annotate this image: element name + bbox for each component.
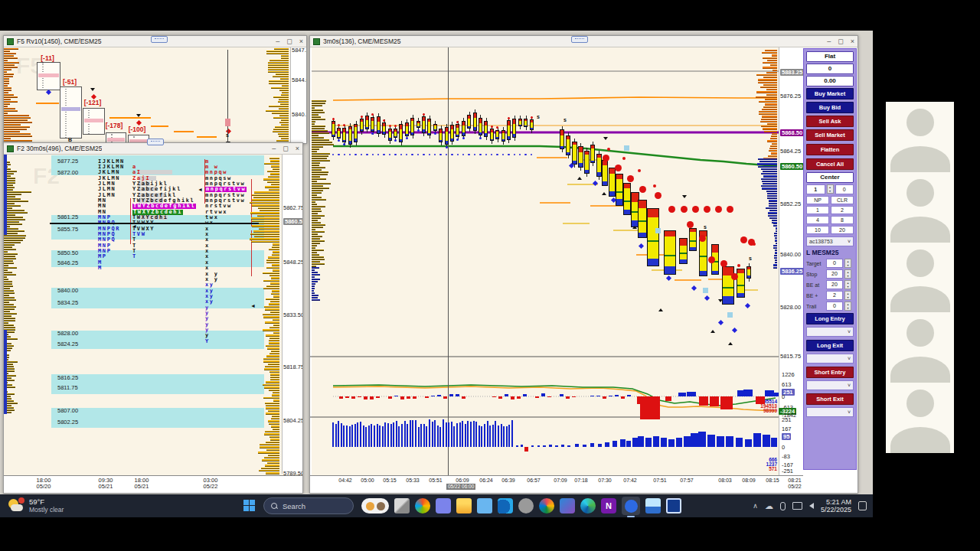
- account-select[interactable]: ac138753˅: [806, 236, 854, 246]
- maximize-icon[interactable]: ◻: [286, 38, 292, 45]
- field-stepper[interactable]: ▴ ▾: [844, 302, 851, 311]
- window-grip[interactable]: [571, 36, 588, 43]
- onedrive-icon[interactable]: ☁: [765, 501, 773, 511]
- price-label[interactable]: 5804.25: [283, 417, 303, 424]
- maximize-icon[interactable]: ◻: [283, 145, 288, 152]
- copilot-icon[interactable]: [415, 498, 430, 514]
- price-label[interactable]: 1226: [782, 371, 795, 378]
- long-entry-select[interactable]: ˅: [806, 327, 854, 337]
- qty-preset-4[interactable]: 4: [806, 216, 829, 224]
- window-grip[interactable]: [147, 139, 164, 145]
- short-entry-button[interactable]: Short Entry: [806, 367, 854, 378]
- price-scale[interactable]: [290, 47, 307, 143]
- chevron-up-icon[interactable]: ∧: [753, 502, 758, 510]
- gallery-icon[interactable]: [645, 498, 661, 514]
- buy-bid-button[interactable]: Buy Bid: [806, 102, 854, 113]
- qty-preset-clr[interactable]: CLR: [831, 196, 854, 204]
- price-label[interactable]: 5840.00: [780, 251, 801, 258]
- price-label[interactable]: 5862.75: [283, 204, 303, 211]
- microphone-icon[interactable]: [780, 502, 786, 510]
- price-label[interactable]: 251: [782, 416, 792, 423]
- field-stepper[interactable]: ▴ ▾: [844, 259, 851, 268]
- minimize-icon[interactable]: –: [272, 145, 276, 152]
- qty-preset-np[interactable]: NP: [806, 196, 829, 204]
- price-label[interactable]: 5828.00: [780, 304, 801, 311]
- close-icon[interactable]: ×: [299, 38, 303, 45]
- window-f5[interactable]: F5 Rv10(1450), CME/ESM25 –◻× F55847.2558…: [3, 35, 307, 144]
- edge-icon[interactable]: [580, 498, 596, 514]
- start-button[interactable]: [243, 500, 256, 512]
- meeting-app-icon[interactable]: [622, 497, 640, 515]
- price-label[interactable]: 5876.25: [780, 93, 801, 99]
- taskbar-clock[interactable]: 5:21 AM 5/22/2025: [821, 498, 851, 514]
- price-label[interactable]: 5860.50: [283, 218, 303, 225]
- qty-secondary[interactable]: 0: [835, 184, 854, 194]
- close-icon[interactable]: ×: [851, 38, 854, 45]
- notification-bell-icon[interactable]: [858, 501, 867, 510]
- buy-market-button[interactable]: Buy Market: [806, 88, 854, 99]
- file-explorer-icon[interactable]: [456, 498, 472, 514]
- sell-ask-button[interactable]: Sell Ask: [806, 116, 854, 127]
- long-exit-select[interactable]: ˅: [806, 354, 854, 364]
- price-label[interactable]: 5848.25: [283, 259, 303, 266]
- price-label[interactable]: -83: [782, 453, 790, 460]
- terminal-icon[interactable]: [666, 498, 681, 514]
- settings-icon[interactable]: [518, 498, 534, 514]
- price-label[interactable]: -251: [782, 468, 793, 474]
- minimize-icon[interactable]: –: [276, 38, 279, 45]
- weather-widget[interactable]: 59°F Mostly clear: [8, 497, 122, 514]
- field-stepper[interactable]: ▴ ▾: [844, 280, 851, 289]
- cancel-all-button[interactable]: Cancel All: [806, 158, 854, 170]
- center-button[interactable]: Center: [806, 172, 854, 183]
- price-label[interactable]: 5868.50: [780, 129, 804, 136]
- search-input[interactable]: Search: [263, 497, 354, 514]
- field-stepper[interactable]: ▴ ▾: [844, 269, 851, 279]
- price-label[interactable]: 613: [782, 381, 792, 388]
- position-qty-box[interactable]: 0: [806, 64, 854, 74]
- price-label[interactable]: 0: [782, 393, 785, 400]
- outlook-icon[interactable]: [498, 498, 513, 514]
- qty-preset-10[interactable]: 10: [806, 226, 829, 234]
- minimize-icon[interactable]: –: [827, 38, 831, 45]
- window-main[interactable]: 3m0s(136), CME/MESM25 –◻× Flat00.00Buy M…: [309, 35, 858, 494]
- price-label[interactable]: 5860.50: [780, 163, 804, 170]
- maximize-icon[interactable]: ◻: [838, 38, 843, 45]
- pinned-apps-icon[interactable]: [361, 498, 389, 514]
- price-label[interactable]: 5840.75: [292, 111, 307, 118]
- price-label[interactable]: 167: [782, 425, 792, 432]
- price-label[interactable]: 5883.25: [780, 69, 804, 76]
- display-icon[interactable]: [792, 502, 802, 510]
- long-exit-button[interactable]: Long Exit: [806, 340, 854, 351]
- teams-icon[interactable]: [436, 498, 451, 514]
- price-label[interactable]: 0: [782, 444, 785, 451]
- window-grip[interactable]: [151, 36, 168, 43]
- microsoft-store-icon[interactable]: [477, 498, 492, 514]
- photos-icon[interactable]: [539, 498, 554, 514]
- qty-preset-8[interactable]: 8: [831, 216, 854, 224]
- window-f2[interactable]: F2 30m0s(496), CME/ESM25 –◻× F25877.2558…: [3, 142, 303, 494]
- price-label[interactable]: 5836.25: [780, 268, 804, 275]
- price-label[interactable]: 5833.50: [283, 311, 303, 318]
- close-icon[interactable]: ×: [296, 145, 299, 152]
- field-stepper[interactable]: ▴ ▾: [844, 291, 851, 300]
- position-status-box[interactable]: Flat: [806, 51, 854, 62]
- price-label[interactable]: 95: [782, 433, 791, 440]
- qty-preset-20[interactable]: 20: [831, 226, 854, 234]
- short-exit-button[interactable]: Short Exit: [806, 393, 854, 405]
- qty-preset-2[interactable]: 2: [831, 206, 854, 214]
- be--input[interactable]: 2: [826, 291, 843, 300]
- price-label[interactable]: 5818.75: [283, 364, 303, 370]
- speaker-icon[interactable]: [809, 503, 814, 509]
- short-entry-select[interactable]: ˅: [806, 380, 854, 390]
- qty-stepper[interactable]: ▴ ▾: [827, 184, 834, 194]
- flatten-button[interactable]: Flatten: [806, 144, 854, 155]
- stop-input[interactable]: 20: [826, 269, 843, 279]
- be-at-input[interactable]: 20: [826, 280, 843, 289]
- price-label[interactable]: 5847.25: [292, 47, 307, 54]
- onenote-icon[interactable]: N: [601, 498, 616, 514]
- short-exit-select[interactable]: ˅: [806, 407, 854, 417]
- task-view-icon[interactable]: [394, 498, 410, 514]
- sell-market-button[interactable]: Sell Market: [806, 129, 854, 141]
- price-label[interactable]: 5844.00: [292, 77, 307, 83]
- media-player-icon[interactable]: [560, 498, 575, 514]
